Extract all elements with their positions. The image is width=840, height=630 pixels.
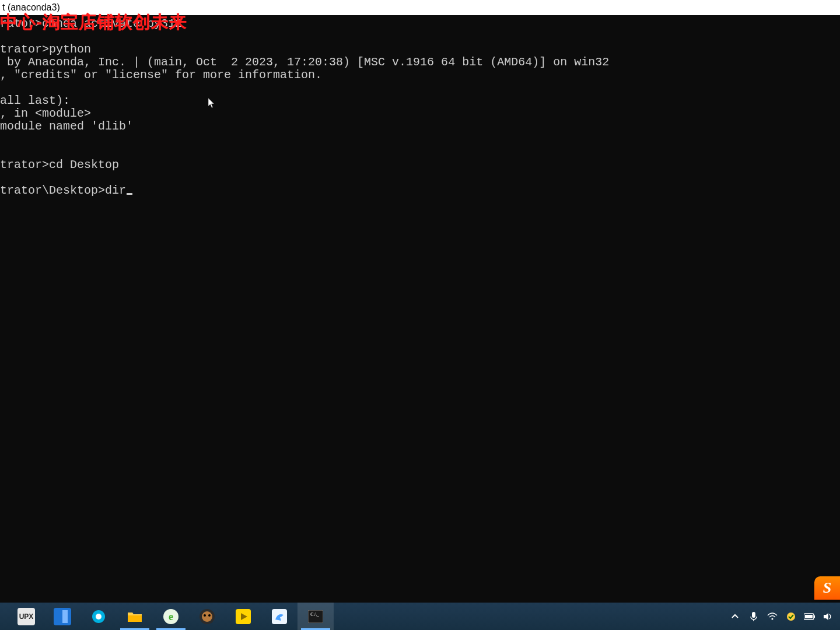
app-blue-icon [54,608,71,625]
terminal-line: , in <module> [0,107,840,120]
player-icon [235,608,252,625]
cmd-icon: C:\_ [307,608,324,625]
svg-point-11 [208,614,211,617]
taskbar: UPXeC:\_ [0,603,840,630]
svg-rect-5 [128,615,142,622]
terminal-line [0,172,840,184]
svg-text:C:\_: C:\_ [310,612,320,617]
terminal-line: all last): [0,94,840,107]
volume-icon[interactable] [822,611,834,622]
battery-icon[interactable] [804,611,816,622]
terminal-line [0,133,840,146]
ime-badge-label: S [823,579,831,597]
terminal-line [0,146,840,159]
taskbar-button-cmd[interactable]: C:\_ [298,603,334,630]
svg-marker-24 [824,613,828,620]
terminal-output[interactable]: rator>conda activate py312trator>python … [0,15,840,603]
taskbar-button-file-explorer[interactable] [117,603,153,630]
taskbar-button-app-blue[interactable] [44,603,80,630]
cloud-icon[interactable] [785,611,797,622]
terminal-line [0,82,840,94]
svg-point-9 [202,611,212,622]
app-bird-icon [271,608,288,625]
taskbar-button-app-bird[interactable] [261,603,298,630]
app-teal-icon [90,608,107,625]
ime-badge[interactable]: S [814,576,840,600]
terminal-line: trator\Desktop>dir [0,184,840,197]
terminal-cursor [127,193,132,195]
terminal-line: trator>cd Desktop [0,159,840,172]
terminal-line: by Anaconda, Inc. | (main, Oct 2 2023, 1… [0,56,840,69]
taskbar-button-player[interactable] [225,603,261,630]
taskbar-button-upx[interactable]: UPX [8,603,44,630]
svg-point-19 [771,618,773,620]
file-explorer-icon [126,608,144,625]
svg-point-20 [787,612,795,621]
window-titlebar[interactable]: t (anaconda3) [0,0,840,15]
taskbar-button-app-teal[interactable] [80,603,117,630]
terminal-line: rator>conda activate py312 [0,18,840,30]
system-tray [729,603,840,630]
terminal-line: module named 'dlib' [0,120,840,133]
svg-rect-2 [62,610,68,623]
svg-rect-22 [814,615,815,618]
svg-point-4 [96,614,102,620]
svg-text:e: e [169,611,173,622]
chevron-up-icon[interactable] [729,611,741,622]
app-face-icon [198,608,216,625]
svg-rect-17 [752,612,755,618]
taskbar-apps: UPXeC:\_ [8,603,334,630]
wifi-icon[interactable] [766,611,778,622]
taskbar-button-browser-360[interactable]: e [153,603,189,630]
terminal-line [0,30,840,43]
browser-360-icon: e [162,608,180,625]
terminal-line: trator>python [0,43,840,56]
svg-point-10 [204,614,206,617]
window-title: t (anaconda3) [2,2,60,12]
upx-icon: UPX [18,608,35,625]
terminal-line: , "credits" or "license" for more inform… [0,69,840,82]
microphone-icon[interactable] [748,611,760,622]
svg-rect-23 [805,615,813,618]
taskbar-button-app-face[interactable] [189,603,225,630]
